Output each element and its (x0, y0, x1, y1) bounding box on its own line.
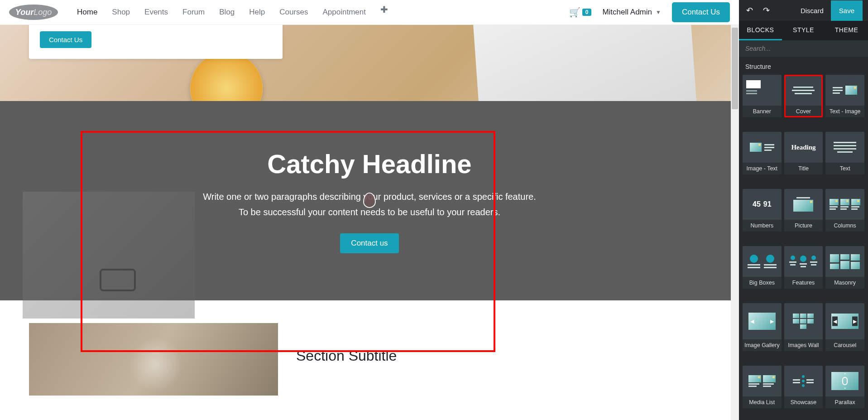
masonry-preview-icon (830, 254, 860, 269)
section-title-structure: Structure (739, 57, 868, 75)
showcase-preview-icon (793, 375, 814, 387)
media-list-preview-icon (748, 375, 776, 387)
undo-icon: ↶ (746, 6, 753, 15)
blocks-grid: Banner Cover Text - Image Image - Text H… (739, 75, 868, 420)
cover-preview-icon (792, 87, 815, 94)
block-banner[interactable]: Banner (743, 75, 782, 117)
block-label: Parallax (825, 396, 864, 408)
block-image-gallery[interactable]: ◀▶ Image Gallery (743, 303, 782, 351)
block-images-wall[interactable]: Images Wall (784, 303, 823, 351)
block-media-list[interactable]: Media List (743, 366, 782, 408)
block-label: Masonry (825, 277, 864, 289)
block-label: Carousel (825, 339, 864, 351)
nav-add-menu-icon[interactable]: ✚ (374, 4, 394, 20)
block-picture[interactable]: Picture (784, 189, 823, 232)
drag-droplet-icon (363, 193, 376, 208)
block-parallax[interactable]: ⌃⌄ Parallax (825, 366, 864, 408)
block-columns[interactable]: Columns (825, 189, 864, 232)
section-subtitle-heading[interactable]: Section Subtitle (296, 348, 397, 364)
block-label: Images Wall (784, 339, 823, 351)
block-features[interactable]: Features (784, 246, 823, 289)
nav-link-courses[interactable]: Courses (273, 4, 314, 20)
nav-link-help[interactable]: Help (243, 4, 271, 20)
nav-link-appointment[interactable]: Appointment (316, 4, 372, 20)
block-text-image[interactable]: Text - Image (825, 75, 864, 117)
page-canvas[interactable]: Contact Us Catchy Headline Write one or … (0, 25, 739, 420)
canvas-scrollbar[interactable] (731, 25, 739, 420)
features-preview-icon (789, 256, 818, 267)
text-preview-icon (834, 142, 856, 153)
scrollbar-thumb[interactable] (732, 28, 738, 109)
images-wall-preview-icon (793, 314, 814, 329)
block-label: Text - Image (825, 106, 864, 117)
block-cover[interactable]: Cover (784, 75, 823, 117)
undo-button[interactable]: ↶ (744, 4, 755, 17)
block-showcase[interactable]: Showcase (784, 366, 823, 408)
text-image-preview-icon (833, 86, 857, 95)
block-label: Banner (743, 106, 782, 117)
hero-banner-section[interactable]: Contact Us (0, 25, 739, 101)
picture-preview-icon (793, 197, 813, 212)
logo-text-your: Your (15, 8, 34, 17)
carousel-preview-icon: ◀▶ (831, 314, 858, 329)
block-image-text[interactable]: Image - Text (743, 132, 782, 174)
block-text[interactable]: Text (825, 132, 864, 174)
subtitle-image[interactable] (29, 323, 278, 396)
parallax-preview-icon: ⌃⌄ (831, 372, 858, 390)
image-text-preview-icon (750, 143, 774, 152)
block-label: Title (784, 163, 823, 174)
redo-button[interactable]: ↷ (761, 4, 772, 17)
tab-theme[interactable]: THEME (825, 21, 868, 40)
numbers-preview-icon: 4591 (753, 200, 772, 208)
gallery-preview-icon: ◀▶ (748, 313, 776, 330)
block-label: Image Gallery (743, 339, 782, 351)
big-boxes-preview-icon (747, 255, 777, 268)
cart-icon: 🛒 (569, 7, 580, 18)
block-search-input[interactable] (739, 40, 868, 57)
tab-blocks[interactable]: BLOCKS (739, 21, 782, 40)
logo-text-logo: Logo (34, 8, 52, 17)
block-title[interactable]: Heading Title (784, 132, 823, 174)
nav-link-shop[interactable]: Shop (106, 4, 136, 20)
top-navbar: YourLogo Home Shop Events Forum Blog Hel… (0, 0, 739, 25)
block-label: Image - Text (743, 163, 782, 174)
nav-link-forum[interactable]: Forum (176, 4, 211, 20)
save-button[interactable]: Save (831, 0, 863, 21)
sidebar-topbar: ↶ ↷ Discard Save (739, 0, 868, 21)
block-masonry[interactable]: Masonry (825, 246, 864, 289)
hero-card[interactable]: Contact Us (29, 25, 283, 59)
nav-link-events[interactable]: Events (138, 4, 174, 20)
block-numbers[interactable]: 4591 Numbers (743, 189, 782, 232)
cover-headline[interactable]: Catchy Headline (203, 149, 536, 179)
tab-style[interactable]: STYLE (782, 21, 825, 40)
block-label: Showcase (784, 396, 823, 408)
block-label: Features (784, 277, 823, 289)
cover-cta-button[interactable]: Contact us (340, 233, 398, 253)
nav-link-home[interactable]: Home (71, 4, 104, 20)
hero-card-contact-button[interactable]: Contact Us (40, 31, 91, 48)
cart-button[interactable]: 🛒 0 (569, 7, 592, 18)
block-label: Numbers (743, 220, 782, 232)
block-carousel[interactable]: ◀▶ Carousel (825, 303, 864, 351)
block-label: Media List (743, 396, 782, 408)
block-label: Columns (825, 220, 864, 232)
block-search (739, 40, 868, 57)
contact-us-button[interactable]: Contact Us (672, 2, 730, 22)
user-name: Mitchell Admin (602, 8, 652, 17)
block-label: Text (825, 163, 864, 174)
block-big-boxes[interactable]: Big Boxes (743, 246, 782, 289)
site-logo[interactable]: YourLogo (9, 5, 58, 20)
cart-count-badge: 0 (582, 9, 592, 16)
sidebar-tabs: BLOCKS STYLE THEME (739, 21, 868, 40)
block-label: Cover (784, 106, 823, 117)
block-label: Big Boxes (743, 277, 782, 289)
user-menu[interactable]: Mitchell Admin ▼ (602, 8, 661, 17)
background-clip-decor (100, 269, 136, 291)
discard-button[interactable]: Discard (793, 1, 831, 20)
nav-links: Home Shop Events Forum Blog Help Courses… (71, 4, 394, 20)
cover-section[interactable]: Catchy Headline Write one or two paragra… (0, 101, 739, 300)
nav-link-blog[interactable]: Blog (213, 4, 241, 20)
banner-preview-icon (746, 80, 761, 88)
editor-sidebar: ↶ ↷ Discard Save BLOCKS STYLE THEME Stru… (739, 0, 868, 420)
block-label: Picture (784, 220, 823, 232)
